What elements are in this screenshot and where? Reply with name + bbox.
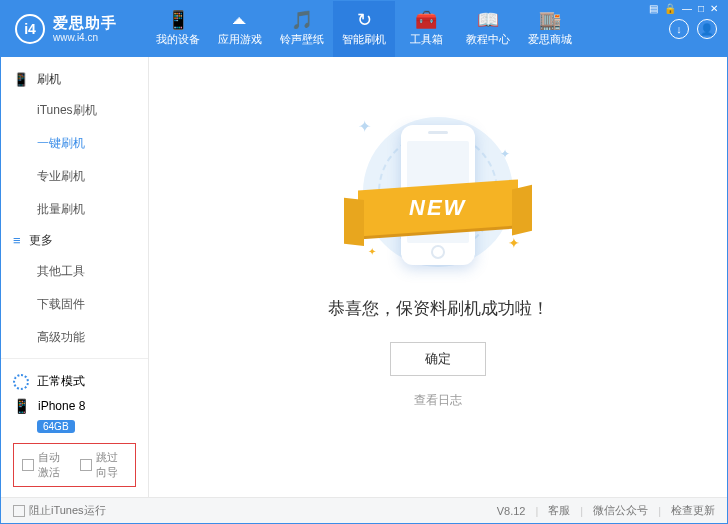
sidebar-group-flash[interactable]: 📱 刷机 [1,65,148,94]
sidebar-item-other-tools[interactable]: 其他工具 [1,255,148,288]
footer: 阻止iTunes运行 V8.12 | 客服 | 微信公众号 | 检查更新 [1,497,727,523]
phone-small-icon: 📱 [13,398,30,414]
brand-logo[interactable]: i4 爱思助手 www.i4.cn [15,14,127,44]
storage-badge: 64GB [37,420,75,433]
device-row[interactable]: 📱 iPhone 8 [13,394,136,418]
success-message: 恭喜您，保资料刷机成功啦！ [328,297,549,320]
main-panel: ✦✦✦✦ NEW 恭喜您，保资料刷机成功啦！ 确定 查看日志 [149,57,727,497]
user-icon[interactable]: 👤 [697,19,717,39]
success-illustration: ✦✦✦✦ NEW [338,107,538,277]
checkbox-icon [13,505,25,517]
highlighted-options: 自动激活 跳过向导 [13,443,136,487]
minimize-button[interactable]: — [682,3,692,14]
refresh-icon: ↻ [357,11,372,29]
checkbox-icon [22,459,34,471]
checkbox-icon [80,459,92,471]
sidebar: 📱 刷机 iTunes刷机 一键刷机 专业刷机 批量刷机 ≡ 更多 其他工具 下… [1,57,149,497]
nav-toolbox[interactable]: 🧰 工具箱 [395,1,457,57]
lock-icon[interactable]: 🔒 [664,3,676,14]
mode-icon [13,374,29,390]
view-log-link[interactable]: 查看日志 [414,392,462,409]
phone-icon: 📱 [13,72,29,87]
apps-icon: ⏶ [231,11,249,29]
toolbox-icon: 🧰 [415,11,437,29]
sidebar-item-batch-flash[interactable]: 批量刷机 [1,193,148,226]
top-nav: 📱 我的设备 ⏶ 应用游戏 🎵 铃声壁纸 ↻ 智能刷机 🧰 工具箱 📖 教程 [147,1,669,57]
header-right: ↓ 👤 [669,19,717,39]
sidebar-bottom: 正常模式 📱 iPhone 8 64GB 自动激活 跳过向导 [1,358,148,497]
download-icon[interactable]: ↓ [669,19,689,39]
menu-icon[interactable]: ▤ [649,3,658,14]
body: 📱 刷机 iTunes刷机 一键刷机 专业刷机 批量刷机 ≡ 更多 其他工具 下… [1,57,727,497]
close-button[interactable]: ✕ [710,3,718,14]
music-icon: 🎵 [291,11,313,29]
app-window: ▤ 🔒 — □ ✕ i4 爱思助手 www.i4.cn 📱 我的设备 ⏶ 应用游… [0,0,728,524]
nav-ringtones[interactable]: 🎵 铃声壁纸 [271,1,333,57]
block-itunes-checkbox[interactable]: 阻止iTunes运行 [13,503,106,518]
mode-row[interactable]: 正常模式 [13,369,136,394]
ok-button[interactable]: 确定 [390,342,486,376]
nav-store[interactable]: 🏬 爱思商城 [519,1,581,57]
logo-icon: i4 [15,14,45,44]
check-update-link[interactable]: 检查更新 [671,503,715,518]
mode-label: 正常模式 [37,373,85,390]
version-label: V8.12 [497,505,526,517]
nav-my-device[interactable]: 📱 我的设备 [147,1,209,57]
support-link[interactable]: 客服 [548,503,570,518]
skip-guide-checkbox[interactable]: 跳过向导 [80,450,128,480]
nav-apps[interactable]: ⏶ 应用游戏 [209,1,271,57]
device-icon: 📱 [167,11,189,29]
store-icon: 🏬 [539,11,561,29]
header: i4 爱思助手 www.i4.cn 📱 我的设备 ⏶ 应用游戏 🎵 铃声壁纸 ↻… [1,1,727,57]
nav-tutorials[interactable]: 📖 教程中心 [457,1,519,57]
auto-activate-checkbox[interactable]: 自动激活 [22,450,70,480]
more-icon: ≡ [13,233,21,248]
sidebar-item-pro-flash[interactable]: 专业刷机 [1,160,148,193]
sidebar-item-advanced[interactable]: 高级功能 [1,321,148,354]
brand-name: 爱思助手 [53,15,117,32]
sidebar-item-download-firmware[interactable]: 下载固件 [1,288,148,321]
wechat-link[interactable]: 微信公众号 [593,503,648,518]
maximize-button[interactable]: □ [698,3,704,14]
book-icon: 📖 [477,11,499,29]
sidebar-item-oneclick-flash[interactable]: 一键刷机 [1,127,148,160]
sidebar-group-more[interactable]: ≡ 更多 [1,226,148,255]
window-controls: ▤ 🔒 — □ ✕ [649,3,718,14]
device-name: iPhone 8 [38,399,85,413]
sidebar-item-itunes-flash[interactable]: iTunes刷机 [1,94,148,127]
brand-site: www.i4.cn [53,32,117,43]
nav-flash[interactable]: ↻ 智能刷机 [333,1,395,57]
